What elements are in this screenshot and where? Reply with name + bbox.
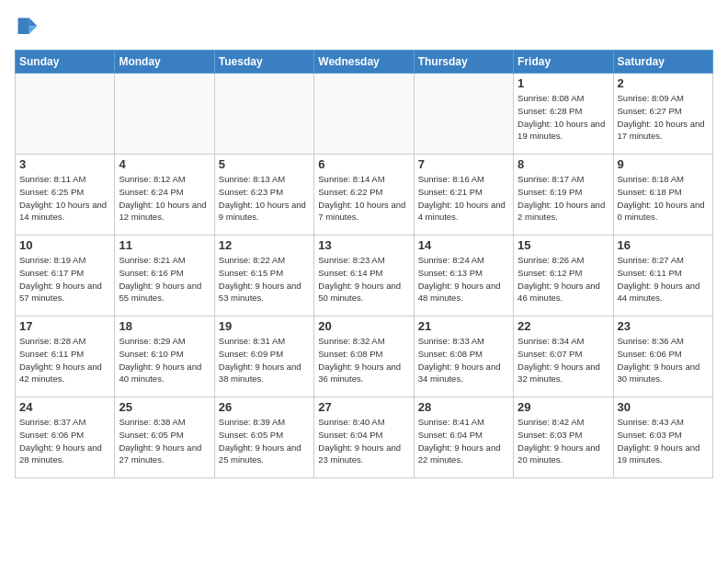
day-number: 14 [418,238,509,252]
day-info: Sunrise: 8:13 AM Sunset: 6:23 PM Dayligh… [219,173,310,224]
day-info: Sunrise: 8:28 AM Sunset: 6:11 PM Dayligh… [19,335,110,385]
day-number: 28 [418,400,509,414]
day-info: Sunrise: 8:37 AM Sunset: 6:06 PM Dayligh… [19,416,110,466]
calendar-cell: 21Sunrise: 8:33 AM Sunset: 6:08 PM Dayli… [414,316,513,397]
calendar-cell: 24Sunrise: 8:37 AM Sunset: 6:06 PM Dayli… [16,397,115,478]
day-info: Sunrise: 8:38 AM Sunset: 6:05 PM Dayligh… [119,416,210,466]
week-row-1: 1Sunrise: 8:08 AM Sunset: 6:28 PM Daylig… [16,74,713,155]
day-info: Sunrise: 8:32 AM Sunset: 6:08 PM Dayligh… [318,335,409,385]
day-number: 6 [318,157,409,171]
calendar-cell: 11Sunrise: 8:21 AM Sunset: 6:16 PM Dayli… [115,236,214,316]
day-info: Sunrise: 8:21 AM Sunset: 6:16 PM Dayligh… [119,254,210,304]
day-info: Sunrise: 8:24 AM Sunset: 6:13 PM Dayligh… [418,254,509,304]
day-info: Sunrise: 8:19 AM Sunset: 6:17 PM Dayligh… [19,254,110,304]
day-number: 22 [518,319,609,333]
week-row-4: 17Sunrise: 8:28 AM Sunset: 6:11 PM Dayli… [16,316,713,397]
calendar-cell: 27Sunrise: 8:40 AM Sunset: 6:04 PM Dayli… [314,397,414,478]
calendar-cell [214,74,313,155]
calendar-cell: 20Sunrise: 8:32 AM Sunset: 6:08 PM Dayli… [314,316,414,397]
day-number: 27 [318,400,409,414]
day-info: Sunrise: 8:39 AM Sunset: 6:05 PM Dayligh… [219,416,310,466]
day-info: Sunrise: 8:23 AM Sunset: 6:14 PM Dayligh… [318,254,409,304]
calendar-cell: 10Sunrise: 8:19 AM Sunset: 6:17 PM Dayli… [16,236,115,316]
calendar-cell: 3Sunrise: 8:11 AM Sunset: 6:25 PM Daylig… [16,155,115,236]
day-number: 20 [318,319,409,333]
day-number: 26 [219,400,310,414]
day-info: Sunrise: 8:09 AM Sunset: 6:27 PM Dayligh… [618,92,709,143]
week-row-5: 24Sunrise: 8:37 AM Sunset: 6:06 PM Dayli… [16,397,713,478]
day-info: Sunrise: 8:36 AM Sunset: 6:06 PM Dayligh… [618,335,709,385]
day-number: 30 [618,400,709,414]
calendar-cell: 14Sunrise: 8:24 AM Sunset: 6:13 PM Dayli… [414,236,513,316]
svg-marker-0 [29,18,38,27]
day-info: Sunrise: 8:11 AM Sunset: 6:25 PM Dayligh… [19,173,110,224]
calendar-cell: 4Sunrise: 8:12 AM Sunset: 6:24 PM Daylig… [115,155,214,236]
day-number: 1 [518,76,609,90]
weekday-header-friday: Friday [514,51,613,74]
day-number: 24 [19,400,110,414]
svg-rect-2 [18,18,29,35]
day-info: Sunrise: 8:41 AM Sunset: 6:04 PM Dayligh… [418,416,509,466]
weekday-header-thursday: Thursday [414,51,513,74]
logo-icon [15,15,40,40]
page: SundayMondayTuesdayWednesdayThursdayFrid… [0,0,728,563]
calendar-cell: 13Sunrise: 8:23 AM Sunset: 6:14 PM Dayli… [314,236,414,316]
logo [15,15,44,40]
day-info: Sunrise: 8:08 AM Sunset: 6:28 PM Dayligh… [518,92,609,143]
day-number: 18 [119,319,210,333]
calendar-cell: 25Sunrise: 8:38 AM Sunset: 6:05 PM Dayli… [115,397,214,478]
day-info: Sunrise: 8:12 AM Sunset: 6:24 PM Dayligh… [119,173,210,224]
day-info: Sunrise: 8:18 AM Sunset: 6:18 PM Dayligh… [618,173,709,224]
calendar-cell: 7Sunrise: 8:16 AM Sunset: 6:21 PM Daylig… [414,155,513,236]
day-number: 10 [19,238,110,252]
day-info: Sunrise: 8:14 AM Sunset: 6:22 PM Dayligh… [318,173,409,224]
calendar-cell: 15Sunrise: 8:26 AM Sunset: 6:12 PM Dayli… [514,236,613,316]
calendar: SundayMondayTuesdayWednesdayThursdayFrid… [15,50,713,478]
day-info: Sunrise: 8:27 AM Sunset: 6:11 PM Dayligh… [618,254,709,304]
day-info: Sunrise: 8:40 AM Sunset: 6:04 PM Dayligh… [318,416,409,466]
calendar-cell [414,74,513,155]
day-number: 19 [219,319,310,333]
weekday-header-sunday: Sunday [16,51,115,74]
calendar-cell [16,74,115,155]
weekday-header-monday: Monday [115,51,214,74]
day-info: Sunrise: 8:17 AM Sunset: 6:19 PM Dayligh… [518,173,609,224]
day-number: 3 [19,157,110,171]
day-number: 16 [618,238,709,252]
day-number: 25 [119,400,210,414]
day-number: 21 [418,319,509,333]
week-row-2: 3Sunrise: 8:11 AM Sunset: 6:25 PM Daylig… [16,155,713,236]
day-info: Sunrise: 8:22 AM Sunset: 6:15 PM Dayligh… [219,254,310,304]
day-info: Sunrise: 8:31 AM Sunset: 6:09 PM Dayligh… [219,335,310,385]
calendar-cell: 6Sunrise: 8:14 AM Sunset: 6:22 PM Daylig… [314,155,414,236]
day-info: Sunrise: 8:16 AM Sunset: 6:21 PM Dayligh… [418,173,509,224]
calendar-cell: 5Sunrise: 8:13 AM Sunset: 6:23 PM Daylig… [214,155,313,236]
calendar-cell: 12Sunrise: 8:22 AM Sunset: 6:15 PM Dayli… [214,236,313,316]
calendar-cell: 8Sunrise: 8:17 AM Sunset: 6:19 PM Daylig… [514,155,613,236]
day-number: 23 [618,319,709,333]
day-number: 11 [119,238,210,252]
calendar-cell: 23Sunrise: 8:36 AM Sunset: 6:06 PM Dayli… [613,316,712,397]
day-number: 8 [518,157,609,171]
day-info: Sunrise: 8:34 AM Sunset: 6:07 PM Dayligh… [518,335,609,385]
day-number: 7 [418,157,509,171]
day-info: Sunrise: 8:29 AM Sunset: 6:10 PM Dayligh… [119,335,210,385]
svg-marker-1 [29,26,38,34]
calendar-cell: 2Sunrise: 8:09 AM Sunset: 6:27 PM Daylig… [613,74,712,155]
day-info: Sunrise: 8:43 AM Sunset: 6:03 PM Dayligh… [618,416,709,466]
calendar-cell: 16Sunrise: 8:27 AM Sunset: 6:11 PM Dayli… [613,236,712,316]
day-number: 13 [318,238,409,252]
day-number: 29 [518,400,609,414]
day-number: 9 [618,157,709,171]
calendar-cell: 19Sunrise: 8:31 AM Sunset: 6:09 PM Dayli… [214,316,313,397]
day-number: 2 [618,76,709,90]
calendar-cell: 29Sunrise: 8:42 AM Sunset: 6:03 PM Dayli… [514,397,613,478]
calendar-cell: 17Sunrise: 8:28 AM Sunset: 6:11 PM Dayli… [16,316,115,397]
day-info: Sunrise: 8:26 AM Sunset: 6:12 PM Dayligh… [518,254,609,304]
calendar-cell: 22Sunrise: 8:34 AM Sunset: 6:07 PM Dayli… [514,316,613,397]
week-row-3: 10Sunrise: 8:19 AM Sunset: 6:17 PM Dayli… [16,236,713,316]
calendar-cell: 28Sunrise: 8:41 AM Sunset: 6:04 PM Dayli… [414,397,513,478]
day-number: 17 [19,319,110,333]
calendar-cell: 18Sunrise: 8:29 AM Sunset: 6:10 PM Dayli… [115,316,214,397]
day-number: 4 [119,157,210,171]
